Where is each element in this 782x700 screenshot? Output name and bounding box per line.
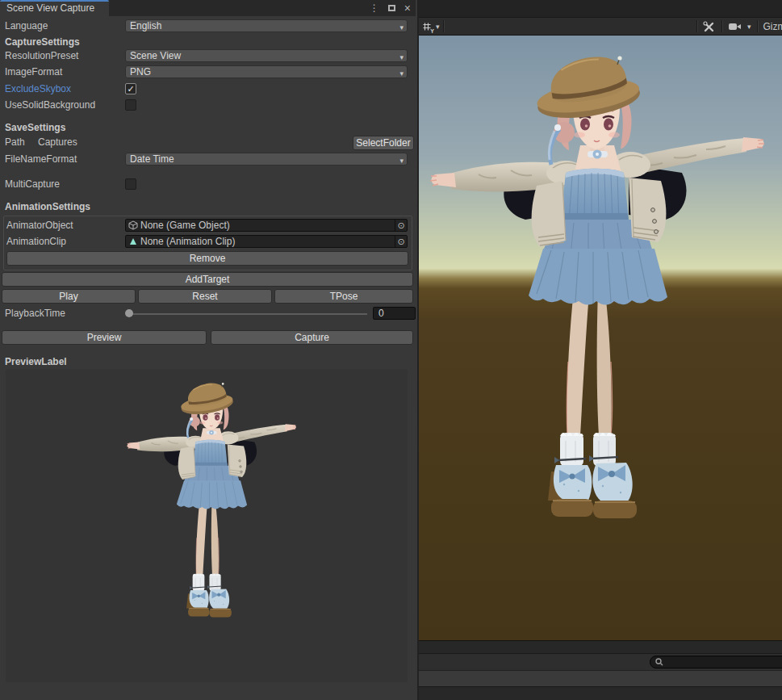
scene-viewport[interactable] xyxy=(419,36,782,640)
close-icon[interactable]: × xyxy=(404,2,411,14)
animation-clip-row: AnimationClip None (Animation Clip) ⊙ xyxy=(0,235,412,248)
animation-clip-icon xyxy=(128,237,138,246)
scene-toolbar: Y ▾ ▾ Gizmos xyxy=(419,18,782,36)
preview-label: PreviewLabel xyxy=(5,355,67,368)
multi-capture-row: MultiCapture xyxy=(0,178,412,191)
scene-tabstrip xyxy=(419,0,782,18)
animation-clip-field[interactable]: None (Animation Clip) ⊙ xyxy=(125,235,408,248)
animation-clip-value: None (Animation Clip) xyxy=(140,236,392,247)
animator-object-label: AnimatorObject xyxy=(6,219,73,232)
file-name-format-row: FileNameFormat Date Time ▾ xyxy=(0,153,412,166)
save-settings-header: SaveSettings xyxy=(5,121,65,134)
tab-title: Scene View Capture xyxy=(6,2,94,14)
playback-time-slider-handle[interactable] xyxy=(125,309,133,317)
playback-time-slider-track[interactable] xyxy=(129,313,367,315)
scene-view-pane: Y ▾ ▾ Gizmos xyxy=(419,0,782,700)
grid-visibility-icon[interactable]: Y xyxy=(421,21,433,32)
toolbar-divider xyxy=(443,20,444,32)
camera-icon[interactable] xyxy=(728,22,742,31)
image-format-label: ImageFormat xyxy=(5,65,62,78)
language-value: English xyxy=(130,20,161,31)
playback-time-label: PlaybackTime xyxy=(5,307,65,320)
resolution-preset-dropdown[interactable]: Scene View ▾ xyxy=(125,49,408,62)
scene-toolbar-right: ▾ Gizmos xyxy=(696,18,782,35)
window-controls: ⋮ × xyxy=(370,0,411,16)
animator-object-value: None (Game Object) xyxy=(140,220,392,231)
use-solid-background-label: UseSolidBackground xyxy=(5,99,95,111)
preview-character-render xyxy=(6,369,408,682)
path-value: Captures xyxy=(38,136,77,149)
bottom-bar-search xyxy=(419,653,782,670)
language-row: Language English ▾ xyxy=(0,19,412,32)
chevron-down-icon: ▾ xyxy=(399,22,404,32)
file-name-format-value: Date Time xyxy=(130,153,174,165)
search-icon xyxy=(655,658,663,666)
bottom-bar-2 xyxy=(419,670,782,686)
play-button[interactable]: Play xyxy=(2,289,136,304)
tools-icon[interactable] xyxy=(703,21,716,32)
tpose-button[interactable]: TPose xyxy=(274,289,413,304)
animator-object-row: AnimatorObject None (Game Object) ⊙ xyxy=(0,219,412,232)
exclude-skybox-label: ExcludeSkybox xyxy=(5,82,71,95)
language-dropdown[interactable]: English ▾ xyxy=(125,19,408,32)
exclude-skybox-row: ExcludeSkybox ✓ xyxy=(0,82,412,95)
toolbar-divider xyxy=(696,20,697,32)
chevron-down-icon[interactable]: ▾ xyxy=(747,23,751,31)
image-format-row: ImageFormat PNG ▾ xyxy=(0,65,412,78)
playback-time-row: PlaybackTime 0 xyxy=(0,307,412,320)
file-name-format-label: FileNameFormat xyxy=(5,153,77,166)
maximize-icon[interactable] xyxy=(388,5,395,11)
tab-scene-view-capture[interactable]: Scene View Capture xyxy=(0,0,109,16)
image-format-value: PNG xyxy=(130,66,151,78)
search-input[interactable] xyxy=(650,656,782,669)
capture-settings-header: CaptureSettings xyxy=(5,36,80,48)
path-row: Path Captures SelectFolder xyxy=(0,136,412,150)
panel-body: Language English ▾ CaptureSettings Resol… xyxy=(0,16,416,700)
select-folder-button[interactable]: SelectFolder xyxy=(353,136,414,150)
capture-button[interactable]: Capture xyxy=(211,330,413,345)
multi-capture-checkbox[interactable] xyxy=(125,178,136,190)
image-format-dropdown[interactable]: PNG ▾ xyxy=(125,65,408,78)
chevron-down-icon[interactable]: ▾ xyxy=(436,23,440,31)
bottom-bar-1 xyxy=(419,640,782,653)
resolution-preset-label: ResolutionPreset xyxy=(5,49,78,62)
bottom-bar-3 xyxy=(419,686,782,700)
multi-capture-label: MultiCapture xyxy=(5,178,60,191)
preview-image xyxy=(6,369,408,682)
use-solid-background-checkbox[interactable] xyxy=(125,99,136,111)
preview-label-row: PreviewLabel xyxy=(0,355,412,368)
panel-tabbar: Scene View Capture ⋮ × xyxy=(0,0,416,16)
resolution-preset-value: Scene View xyxy=(130,50,181,61)
chevron-down-icon: ▾ xyxy=(399,52,404,62)
animator-object-field[interactable]: None (Game Object) ⊙ xyxy=(125,219,408,232)
save-settings-header-row: SaveSettings xyxy=(0,121,412,134)
scene-render xyxy=(419,36,782,640)
scene-view-capture-panel: Scene View Capture ⋮ × Language English … xyxy=(0,0,419,700)
animation-settings-header: AnimationSettings xyxy=(5,200,90,213)
use-solid-background-row: UseSolidBackground xyxy=(0,99,412,111)
toolbar-divider xyxy=(721,20,722,32)
exclude-skybox-checkbox[interactable]: ✓ xyxy=(125,83,136,94)
object-picker-icon[interactable]: ⊙ xyxy=(395,220,407,231)
resolution-preset-row: ResolutionPreset Scene View ▾ xyxy=(0,49,412,62)
file-name-format-dropdown[interactable]: Date Time ▾ xyxy=(125,153,408,166)
gizmos-dropdown[interactable]: Gizmos xyxy=(763,21,782,32)
menu-icon[interactable]: ⋮ xyxy=(370,3,379,13)
toolbar-divider xyxy=(757,20,758,32)
capture-settings-header-row: CaptureSettings xyxy=(0,36,412,48)
chevron-down-icon: ▾ xyxy=(399,155,404,166)
add-target-button[interactable]: AddTarget xyxy=(2,272,413,287)
path-label: Path xyxy=(5,136,25,149)
playback-time-value[interactable]: 0 xyxy=(373,307,416,320)
preview-button[interactable]: Preview xyxy=(2,330,207,345)
reset-button[interactable]: Reset xyxy=(138,289,272,304)
chevron-down-icon: ▾ xyxy=(399,68,404,78)
animation-clip-label: AnimationClip xyxy=(6,235,66,248)
animation-settings-header-row: AnimationSettings xyxy=(0,200,412,213)
object-picker-icon[interactable]: ⊙ xyxy=(395,236,407,247)
grid-axis-label: Y xyxy=(430,28,434,34)
scene-toolbar-left: Y ▾ xyxy=(421,18,444,35)
remove-button[interactable]: Remove xyxy=(6,251,408,266)
language-label: Language xyxy=(5,19,48,32)
gameobject-icon xyxy=(128,220,138,230)
